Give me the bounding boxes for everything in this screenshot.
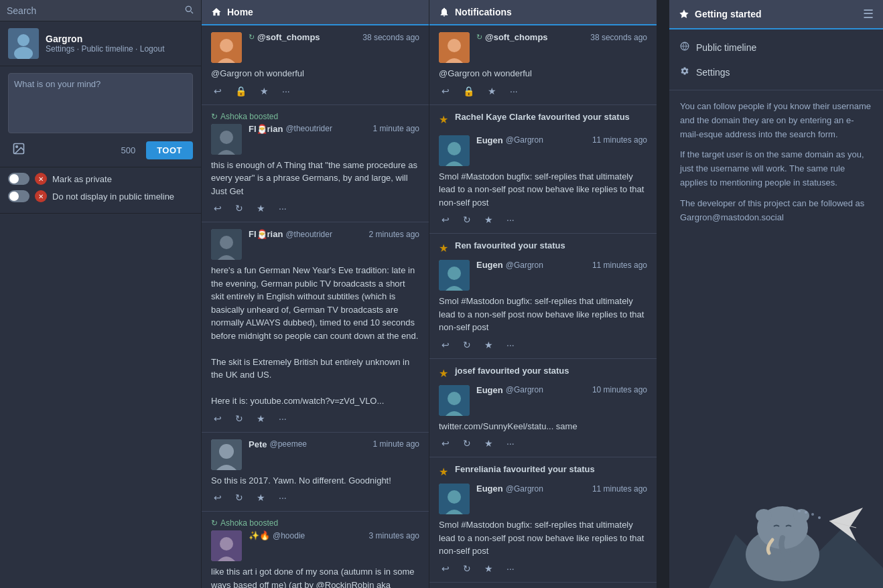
post-header: ✨🔥 @hoodie 3 minutes ago <box>211 530 419 561</box>
hamburger-icon[interactable]: ☰ <box>863 7 874 21</box>
image-attach-button[interactable] <box>8 141 29 160</box>
boost-action-button[interactable]: ↻ <box>232 202 246 215</box>
star-button[interactable]: ★ <box>485 84 499 98</box>
sidebar-item-settings[interactable]: Settings <box>669 60 883 84</box>
more-button[interactable]: ··· <box>279 84 293 98</box>
reply-button[interactable]: ↩ <box>211 84 224 98</box>
star-button[interactable]: ★ <box>482 437 496 450</box>
more-button[interactable]: ··· <box>276 491 289 504</box>
avatar <box>211 32 242 63</box>
public-toggle[interactable] <box>8 190 29 202</box>
search-input[interactable] <box>7 5 184 16</box>
logout-link[interactable]: Logout <box>140 44 165 54</box>
post-header: Pete @peemee 1 minute ago <box>211 439 419 470</box>
post-actions: ↩ ↻ ★ ··· <box>439 562 647 575</box>
reply-button[interactable]: ↩ <box>439 338 452 352</box>
svg-point-22 <box>448 392 461 405</box>
reply-button[interactable]: ↩ <box>439 437 452 450</box>
user-links: Settings · Public timeline · Logout <box>46 44 164 54</box>
public-timeline-label: Public timeline <box>696 42 756 53</box>
reply-button[interactable]: ↩ <box>439 213 452 226</box>
compose-textarea[interactable] <box>8 73 193 133</box>
avatar <box>439 484 470 514</box>
notifications-column: Notifications ↻ @soft_chomps 38 seconds … <box>429 0 657 588</box>
boost-label: ↻ Ashoka boosted <box>211 112 419 121</box>
post-handle: @Gargron <box>506 484 543 494</box>
post-meta-top: FI🎅rian @theoutrider 2 minutes ago <box>249 229 419 239</box>
notif-post: Eugen @Gargron 11 minutes ago Smol #Mast… <box>439 130 647 227</box>
star-icon: ★ <box>439 367 448 380</box>
list-item: FI🎅rian @theoutrider 2 minutes ago here'… <box>202 222 429 433</box>
toot-button[interactable]: TOOT <box>146 141 193 159</box>
list-item: ✨🔥 @hoodie 11 minutes ago @Gargron thank… <box>429 583 657 589</box>
home-column-body[interactable]: ↻ @soft_chomps 38 seconds ago @Gargron o… <box>202 25 429 588</box>
more-button[interactable]: ··· <box>504 213 517 226</box>
more-button[interactable]: ··· <box>504 338 517 352</box>
columns-area: Home ↻ @soft_chomps 38 seconds ago <box>201 0 669 588</box>
post-handle: @theoutrider <box>285 124 332 133</box>
user-profile: Gargron Settings · Public timeline · Log… <box>0 21 201 66</box>
globe-icon <box>680 42 689 53</box>
more-button[interactable]: ··· <box>507 84 521 98</box>
more-button[interactable]: ··· <box>276 412 289 425</box>
lock-button[interactable]: 🔒 <box>460 84 477 98</box>
star-button[interactable]: ★ <box>482 213 496 226</box>
star-button[interactable]: ★ <box>254 412 268 425</box>
post-meta: Eugen @Gargron 11 minutes ago <box>476 484 647 494</box>
compose-options: ✕ Mark as private ✕ Do not display in pu… <box>0 167 201 214</box>
private-toggle-x[interactable]: ✕ <box>35 173 47 185</box>
boost-action-button[interactable]: ↻ <box>460 338 474 352</box>
boost-action-button[interactable]: ↻ <box>460 213 474 226</box>
boost-icon: ↻ <box>249 33 255 42</box>
search-bar <box>0 0 201 21</box>
post-username: Eugen <box>476 135 503 145</box>
avatar <box>211 530 242 561</box>
info-paragraph-2: If the target user is on the same domain… <box>680 148 872 190</box>
avatar <box>8 28 39 59</box>
post-actions: ↩ ↻ ★ ··· <box>211 491 419 504</box>
post-header: Eugen @Gargron 11 minutes ago <box>439 484 647 514</box>
avatar <box>211 439 242 470</box>
star-icon: ★ <box>439 465 448 478</box>
reply-button[interactable]: ↩ <box>211 491 224 504</box>
post-time: 11 minutes ago <box>592 135 647 145</box>
right-header: Getting started ☰ <box>669 0 883 29</box>
more-button[interactable]: ··· <box>504 437 517 450</box>
right-nav: Public timeline Settings <box>669 29 883 90</box>
post-header: ↻ @soft_chomps 38 seconds ago <box>439 32 647 63</box>
boost-action-button[interactable]: ↻ <box>460 562 474 575</box>
post-username: @soft_chomps <box>485 32 548 42</box>
sidebar-item-public-timeline[interactable]: Public timeline <box>669 35 883 60</box>
boost-action-button[interactable]: ↻ <box>460 437 474 450</box>
post-username: Eugen <box>476 484 503 494</box>
reply-button[interactable]: ↩ <box>439 84 452 98</box>
more-button[interactable]: ··· <box>276 202 289 215</box>
star-button[interactable]: ★ <box>482 562 496 575</box>
boost-action-button[interactable]: ↻ <box>232 491 246 504</box>
compose-area: 500 TOOT <box>0 66 201 167</box>
more-button[interactable]: ··· <box>504 562 517 575</box>
notif-star-row: ★ Fenreliania favourited your status <box>439 464 647 478</box>
post-header: FI🎅rian @theoutrider 1 minute ago <box>211 124 419 155</box>
reply-button[interactable]: ↩ <box>211 412 224 425</box>
post-header: FI🎅rian @theoutrider 2 minutes ago <box>211 229 419 260</box>
settings-link[interactable]: Settings <box>46 44 74 54</box>
post-meta: FI🎅rian @theoutrider 1 minute ago <box>249 124 419 134</box>
public-timeline-link[interactable]: Public timeline <box>81 44 133 54</box>
post-actions: ↩ ↻ ★ ··· <box>439 213 647 226</box>
star-button[interactable]: ★ <box>257 84 271 98</box>
search-icon[interactable] <box>184 4 194 17</box>
notifications-column-body[interactable]: ↻ @soft_chomps 38 seconds ago @Gargron o… <box>429 25 657 588</box>
private-toggle[interactable] <box>8 173 29 185</box>
char-count: 500 <box>121 145 135 155</box>
lock-button[interactable]: 🔒 <box>232 84 249 98</box>
svg-point-24 <box>448 490 461 504</box>
boost-action-button[interactable]: ↻ <box>232 412 246 425</box>
reply-button[interactable]: ↩ <box>439 562 452 575</box>
reply-button[interactable]: ↩ <box>211 202 224 215</box>
star-button[interactable]: ★ <box>254 491 268 504</box>
star-button[interactable]: ★ <box>254 202 268 215</box>
svg-point-20 <box>448 267 461 280</box>
star-button[interactable]: ★ <box>482 338 496 352</box>
public-toggle-x[interactable]: ✕ <box>35 190 47 202</box>
